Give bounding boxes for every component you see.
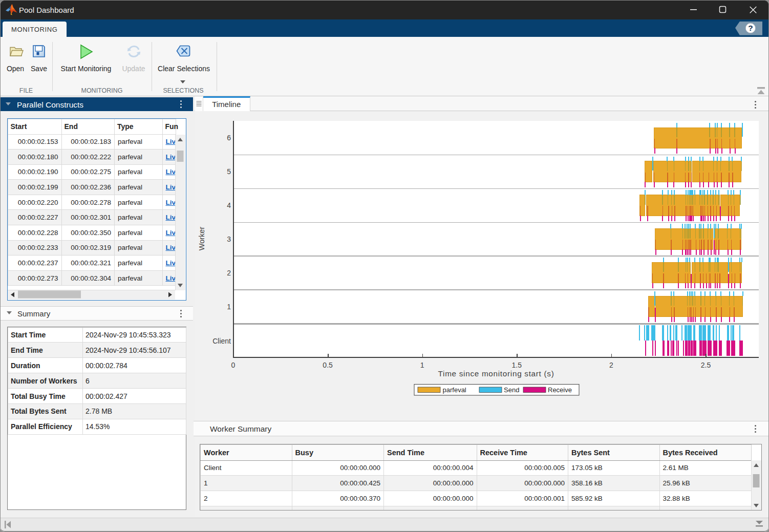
svg-text:?: ? (748, 24, 753, 32)
svg-text:parfeval: parfeval (443, 386, 466, 394)
svg-text:2: 2 (609, 361, 613, 369)
svg-text:1: 1 (420, 361, 424, 369)
svg-text:Send: Send (504, 386, 519, 394)
svg-text:3: 3 (227, 235, 231, 243)
svg-text:Receive: Receive (548, 386, 572, 394)
svg-text:6: 6 (227, 134, 231, 142)
svg-text:0: 0 (231, 361, 236, 369)
svg-text:Time since monitoring start (s: Time since monitoring start (s) (438, 369, 554, 378)
svg-text:Worker: Worker (198, 227, 206, 251)
svg-text:2.5: 2.5 (701, 361, 711, 369)
svg-text:5: 5 (227, 167, 231, 176)
svg-text:Client: Client (212, 337, 231, 345)
svg-text:2: 2 (227, 269, 231, 277)
svg-text:1.5: 1.5 (512, 361, 522, 369)
svg-text:4: 4 (227, 201, 231, 209)
svg-text:1: 1 (227, 303, 231, 311)
svg-text:0.5: 0.5 (323, 361, 333, 369)
